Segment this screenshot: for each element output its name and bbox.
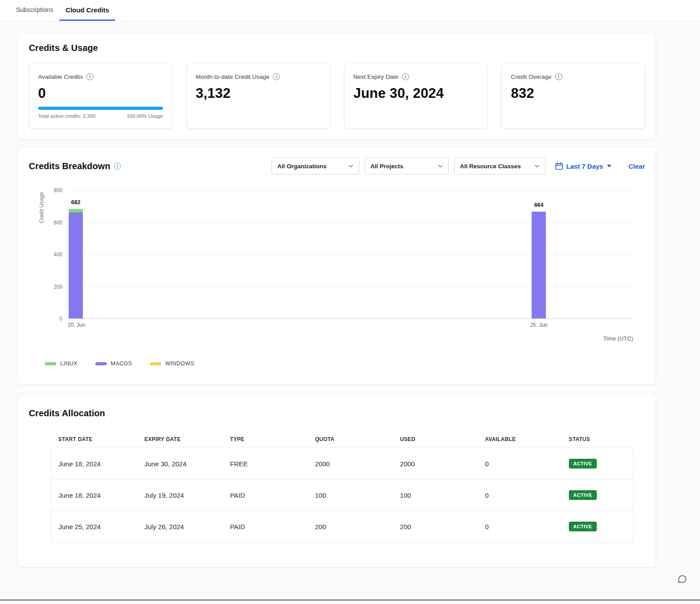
stat-label: Next Expiry Date <box>354 74 398 80</box>
y-tick-label: 600 <box>45 220 62 226</box>
cell-type: PAID <box>223 480 308 511</box>
cell-expiry-date: July 19, 2024 <box>137 480 223 511</box>
cell-available: 0 <box>478 448 562 480</box>
legend-label: MACOS <box>111 360 132 367</box>
mtd-usage-card: Month-to-date Credit Usage i 3,132 <box>187 64 330 128</box>
cell-used: 2000 <box>393 448 478 480</box>
cell-status: ACTIVE <box>562 480 634 511</box>
cell-type: FREE <box>223 448 308 480</box>
usage-percent-text: 100.00% Usage <box>127 113 163 119</box>
chart-filters: All Organizations All Projects All Resou… <box>272 158 645 174</box>
stat-value: 3,132 <box>196 85 321 101</box>
info-icon[interactable]: i <box>273 73 280 80</box>
legend-item-linux[interactable]: LINUX <box>45 360 78 367</box>
projects-filter[interactable]: All Projects <box>365 158 449 174</box>
cell-start-date: June 25, 2024 <box>51 511 137 542</box>
allocation-table-body: June 18, 2024June 30, 2024FREE200020000A… <box>51 448 634 542</box>
cell-available: 0 <box>478 480 562 511</box>
organizations-filter-value: All Organizations <box>277 163 327 170</box>
column-header: TYPE <box>223 431 308 448</box>
credit-usage-chart: Credit Usage 0200400600800682664 20. Jun… <box>29 190 645 367</box>
chevron-down-icon <box>438 163 443 169</box>
y-tick-label: 400 <box>45 252 62 258</box>
chart-legend: LINUXMACOSWINDOWS <box>45 360 645 367</box>
legend-swatch <box>45 362 56 365</box>
y-tick-label: 200 <box>45 284 62 290</box>
bar-segment-macos <box>69 213 83 318</box>
stat-value: 0 <box>38 85 163 101</box>
stat-label: Credit Overage <box>511 74 552 80</box>
resource-classes-filter-value: All Resource Classes <box>460 163 521 170</box>
info-icon[interactable]: i <box>114 163 121 170</box>
organizations-filter[interactable]: All Organizations <box>272 158 359 174</box>
window-bottom-border <box>0 600 700 600</box>
cell-used: 200 <box>393 511 478 542</box>
chart-plot: 0200400600800682664 <box>68 190 633 319</box>
date-range-label: Last 7 Days <box>566 163 603 170</box>
cell-start-date: June 18, 2024 <box>51 480 137 511</box>
x-tick-label: 25. Jun <box>530 322 548 328</box>
legend-item-windows[interactable]: WINDOWS <box>150 360 194 367</box>
chevron-down-icon <box>534 163 540 169</box>
status-badge: ACTIVE <box>569 522 597 531</box>
gridline <box>68 287 633 287</box>
date-range-picker[interactable]: Last 7 Days <box>555 162 611 170</box>
stat-card-row: Available Credits i 0 Total active credi… <box>29 64 645 128</box>
y-axis-label: Credit Usage <box>39 192 45 223</box>
projects-filter-value: All Projects <box>370 163 403 170</box>
chart-bar[interactable]: 682 <box>69 209 83 318</box>
bar-value-label: 682 <box>71 199 81 205</box>
bar-segment-macos <box>532 212 546 318</box>
credit-overage-card: Credit Overage i 832 <box>502 64 645 128</box>
total-active-credits-text: Total active credits: 2,300 <box>38 113 96 119</box>
legend-item-macos[interactable]: MACOS <box>95 360 132 367</box>
column-header: EXPIRY DATE <box>137 431 223 448</box>
help-widget-icon[interactable] <box>677 574 688 586</box>
legend-swatch <box>150 362 161 365</box>
credits-allocation-section: Credits Allocation START DATEEXPIRY DATE… <box>18 394 656 568</box>
column-header: USED <box>393 431 478 448</box>
tab-cloud-credits[interactable]: Cloud Credits <box>59 0 115 21</box>
caret-down-icon <box>607 165 611 167</box>
x-axis-label: Time (UTC) <box>29 335 633 342</box>
credits-progress-fill <box>38 107 163 110</box>
x-tick-label: 20. Jun <box>68 322 85 328</box>
clear-filters-button[interactable]: Clear <box>628 163 645 170</box>
next-expiry-card: Next Expiry Date i June 30, 2024 <box>344 64 488 128</box>
cell-status: ACTIVE <box>562 448 634 480</box>
table-row: June 18, 2024June 30, 2024FREE200020000A… <box>51 448 634 480</box>
info-icon[interactable]: i <box>402 73 409 80</box>
calendar-icon <box>555 162 563 170</box>
resource-classes-filter[interactable]: All Resource Classes <box>454 158 545 174</box>
cell-start-date: June 18, 2024 <box>51 448 137 480</box>
bar-value-label: 664 <box>534 202 544 208</box>
column-header: STATUS <box>562 431 634 448</box>
column-header: QUOTA <box>308 431 393 448</box>
y-tick-label: 0 <box>45 316 62 322</box>
top-tab-bar: Subscriptions Cloud Credits <box>0 0 700 21</box>
credits-breakdown-section: Credits Breakdown i All Organizations Al… <box>18 147 656 385</box>
chart-bar[interactable]: 664 <box>532 212 546 318</box>
legend-swatch <box>95 362 107 365</box>
gridline <box>68 254 633 255</box>
cell-available: 0 <box>478 511 562 542</box>
cell-quota: 200 <box>308 511 393 542</box>
column-header: START DATE <box>51 431 137 448</box>
table-header-row: START DATEEXPIRY DATETYPEQUOTAUSEDAVAILA… <box>51 431 634 448</box>
cell-expiry-date: June 30, 2024 <box>137 448 223 480</box>
stat-value: June 30, 2024 <box>354 85 478 101</box>
info-icon[interactable]: i <box>86 73 93 80</box>
gridline <box>68 222 633 223</box>
status-badge: ACTIVE <box>569 459 597 468</box>
credits-usage-section: Credits & Usage Available Credits i 0 To… <box>18 32 656 139</box>
stat-label: Month-to-date Credit Usage <box>196 74 270 80</box>
cell-status: ACTIVE <box>562 511 634 542</box>
info-icon[interactable]: i <box>555 73 562 80</box>
cell-quota: 100 <box>308 480 393 511</box>
credits-breakdown-title: Credits Breakdown <box>29 161 110 171</box>
gridline <box>68 190 633 190</box>
chart-x-axis: 20. Jun25. Jun <box>68 322 633 330</box>
tab-subscriptions[interactable]: Subscriptions <box>10 0 59 21</box>
cell-type: PAID <box>223 511 308 542</box>
stat-label: Available Credits <box>38 74 83 80</box>
